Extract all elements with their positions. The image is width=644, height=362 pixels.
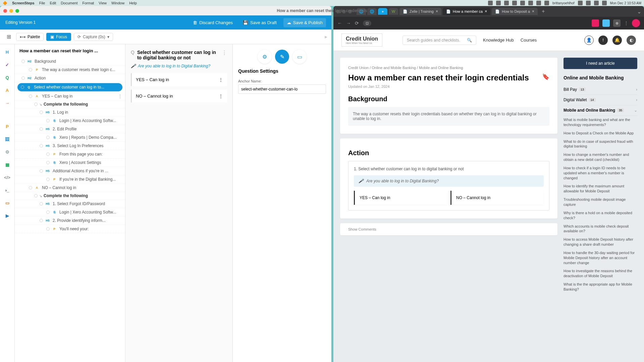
outline-item[interactable]: PFrom this page you can: [15,150,125,159]
search-input[interactable]: Search guides and checklists. 🔍 [402,36,476,45]
bell-icon[interactable]: 🔔 [612,36,622,45]
discard-button[interactable]: 🗑Discard Changes [190,18,236,27]
expand-circle[interactable] [46,178,50,181]
settings-tab[interactable]: ⚙ [258,50,272,64]
status-icon[interactable] [496,1,501,5]
sidebar-link[interactable]: What to do in case of suspected fraud wi… [564,137,637,151]
edit-tab[interactable]: ✎ [275,50,289,64]
outline-item[interactable]: H52. Provide identifying inform... [15,217,125,225]
status-icon[interactable] [520,1,525,5]
outline-item[interactable]: QSelect whether customer can log in to..… [17,83,122,92]
save-draft-button[interactable]: 💾Save as Draft [239,18,280,27]
expand-circle[interactable] [34,103,38,106]
status-icon[interactable] [536,1,541,5]
outline-item[interactable]: ANO – Cannot log in [15,184,125,192]
forward-button[interactable]: → [346,20,351,26]
answer-yes-button[interactable]: YES – Can log in [354,191,447,205]
back-button[interactable]: ← [337,20,342,26]
sidebar-category[interactable]: Bill Pay13› [564,84,637,95]
sidebar-link[interactable]: How to access Mobile Deposit history aft… [564,235,637,249]
apple-icon[interactable]: 🔶 [3,1,7,5]
sidebar-link[interactable]: How to investigate the reasons behind th… [564,267,637,280]
answer-no[interactable]: NO – Cannot log in ⋮ [131,89,227,103]
expand-circle[interactable] [46,161,50,164]
anchor-input[interactable] [238,84,326,94]
outline-item[interactable]: PThe way a customer resets their login c… [15,66,125,74]
expand-circle[interactable] [46,227,50,231]
rail-terminal[interactable]: ›_ [4,186,11,194]
menu-icon[interactable]: ⋮ [624,20,629,26]
pinned-tab[interactable]: ● [378,8,387,15]
sidebar-category[interactable]: Digital Wallet14› [564,95,637,105]
close-button[interactable] [336,10,340,13]
menu-edit[interactable]: Edit [50,1,56,5]
outline-item[interactable]: AYES – Can log in⋮ [15,92,125,101]
close-button[interactable] [3,9,7,13]
close-icon[interactable]: × [532,9,534,14]
sidebar-link[interactable]: How to check if a login ID needs to be u… [564,164,637,182]
focus-button[interactable]: ▣Focus [46,33,71,41]
expand-circle[interactable] [29,68,32,71]
chevron-right-icon[interactable]: ▸ [325,34,327,40]
rail-video[interactable]: ▶ [4,212,11,219]
status-icon[interactable] [594,1,599,5]
minimize-button[interactable] [9,9,13,13]
user-icon[interactable]: 👤 [584,36,594,45]
menu-document[interactable]: Document [61,1,77,5]
rail-settings[interactable]: ⚙ [4,148,11,156]
rail-question[interactable]: Q [4,74,11,81]
more-menu[interactable]: ⋮ [219,94,223,99]
outline-item[interactable]: ⎘Xero | Reports | Demo Compa... [15,133,125,142]
ext-icon[interactable] [592,19,599,27]
expand-circle[interactable] [29,95,32,98]
tab-zelle[interactable]: 📄Zelle | Training× [399,8,441,15]
bookmark-icon[interactable]: 🔖 [542,73,549,80]
minimize-button[interactable] [342,10,346,13]
outline-item[interactable]: ⎘Login | Xero Accounting Softw... [15,208,125,217]
status-icon[interactable] [488,1,493,5]
menu-help[interactable]: Help [129,1,137,5]
outline-item[interactable]: ⎘Login | Xero Accounting Softw... [15,117,125,125]
close-icon[interactable]: × [436,9,438,14]
avatar-icon[interactable]: ◐ [627,36,636,45]
expand-circle[interactable] [46,210,50,214]
rail-heading[interactable]: H [4,48,11,56]
expand-circle[interactable] [40,219,43,222]
tab-deposit[interactable]: 📄How to Deposit a× [492,8,538,15]
menu-format[interactable]: Format [83,1,94,5]
status-icon[interactable] [528,1,533,5]
outline-item[interactable]: H2Action [15,74,125,82]
expand-circle[interactable] [21,76,25,80]
rail-paragraph[interactable]: P [4,123,11,130]
capture-button[interactable]: ⟳Capture (0s)▾ [74,33,113,41]
menu-view[interactable]: View [99,1,107,5]
outline-item[interactable]: ⎘Xero | Account Settings [15,159,125,167]
install-icon[interactable]: ⊕ [613,19,621,27]
more-menu[interactable]: ⋮ [219,77,223,82]
outline-item[interactable]: H52. Edit Profile [15,125,125,133]
expand-circle[interactable] [34,194,38,197]
close-icon[interactable]: × [485,9,487,14]
answer-no-button[interactable]: NO – Cannot log in [450,191,544,205]
profile-avatar[interactable] [632,19,640,27]
expand-circle[interactable] [21,85,24,89]
wifi-icon[interactable] [602,1,607,5]
sidebar-link[interactable]: Why is there a hold on a mobile deposite… [564,209,637,222]
expand-circle[interactable] [40,169,43,173]
sidebar-link[interactable]: How to identify the maximum amount allow… [564,182,637,195]
expand-circle[interactable] [29,186,32,189]
maximize-button[interactable] [348,10,352,13]
outline-item[interactable]: PYou'll need your: [15,225,125,233]
tab-member[interactable]: 📄How a member ca× [443,8,490,15]
editor-block-title[interactable]: Select whether customer can log in to di… [137,50,219,60]
card-tab[interactable]: ▭ [292,50,307,64]
rail-code[interactable]: </> [4,174,11,181]
palette-button[interactable]: ⟷Palette [16,33,44,41]
help-icon[interactable]: ! [598,36,608,45]
more-menu[interactable]: ⋮ [118,94,122,99]
rail-task[interactable]: ✓ [4,61,11,68]
sidebar-link[interactable]: Troubleshooting mobile deposit image cap… [564,195,637,209]
status-icon[interactable] [586,1,591,5]
pinned-tab[interactable]: 🌐 [357,8,366,15]
status-icon[interactable] [504,1,509,5]
